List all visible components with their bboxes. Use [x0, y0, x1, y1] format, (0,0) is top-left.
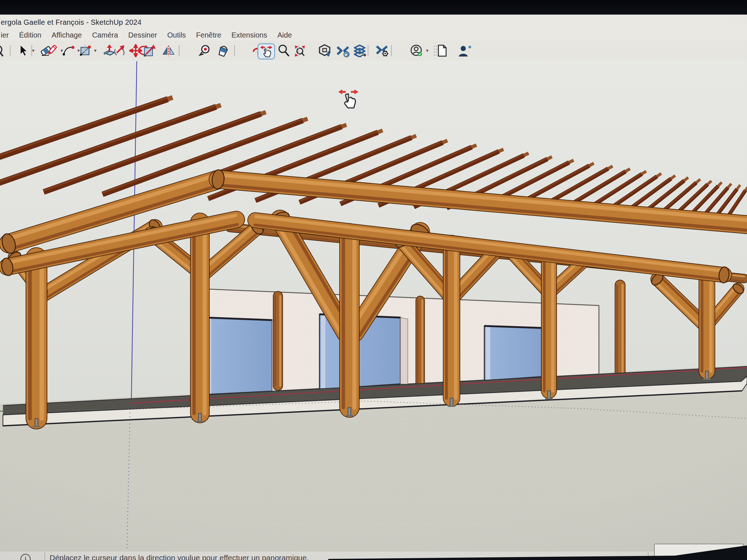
divider	[44, 552, 45, 560]
zoom-icon	[277, 44, 290, 57]
freehand-pencil-icon	[45, 44, 58, 57]
toolbar-separator	[298, 45, 299, 56]
viewport-3d[interactable]	[0, 61, 747, 552]
post-base-plate	[196, 421, 204, 422]
menu-item-affichage[interactable]: Affichage	[46, 31, 87, 39]
menu-item-fentre[interactable]: Fenêtre	[191, 31, 227, 39]
share-model-icon	[336, 44, 349, 57]
send-to-layout-tool-button[interactable]	[352, 43, 368, 58]
post-base-plate	[448, 405, 455, 407]
scale-tool-button[interactable]	[142, 43, 158, 58]
extension-warehouse-icon	[376, 44, 389, 57]
3d-warehouse-icon	[318, 44, 331, 57]
post-anchor	[450, 398, 453, 406]
title-bar: ergola Gaelle et François - SketchUp 202…	[0, 15, 747, 29]
toolbar-separator	[391, 45, 392, 56]
freehand-pencil-tool-button[interactable]	[44, 43, 60, 58]
menu-item-ier[interactable]: ier	[0, 31, 14, 39]
account-tool-button[interactable]	[409, 43, 425, 58]
account-icon	[410, 44, 425, 57]
add-person-icon	[457, 44, 472, 57]
sketchup-window: ergola Gaelle et François - SketchUp 202…	[0, 0, 747, 560]
toolbar-separator	[368, 45, 368, 56]
toolbar-separator	[179, 45, 179, 56]
select-tool-button[interactable]	[15, 43, 31, 58]
divider	[648, 552, 649, 560]
toolbar-separator	[31, 45, 32, 56]
rectangle-tool-button[interactable]	[77, 43, 93, 58]
tape-measure-icon	[198, 44, 212, 57]
post-anchor	[547, 391, 550, 399]
menu-item-camra[interactable]: Caméra	[87, 31, 123, 39]
flip-tool-button[interactable]	[160, 43, 177, 58]
paint-bucket-tool-button[interactable]	[215, 43, 231, 58]
toolbar-separator	[85, 45, 85, 56]
menu-item-aide[interactable]: Aide	[272, 31, 297, 39]
new-document-icon	[436, 44, 449, 57]
measurements-input[interactable]	[654, 544, 744, 557]
menu-item-extensions[interactable]: Extensions	[227, 31, 272, 39]
post-anchor	[198, 413, 201, 421]
flip-icon	[162, 44, 175, 57]
zoom-tool-button[interactable]	[276, 43, 292, 58]
arcs-icon	[62, 44, 75, 57]
select-dropdown-arrow[interactable]: ▾	[32, 49, 37, 53]
status-message: Déplacez le curseur dans la direction vo…	[50, 553, 309, 560]
rectangle-icon	[79, 44, 92, 57]
add-person-tool-button[interactable]	[457, 43, 473, 58]
select-icon	[17, 44, 30, 57]
toolbar-separator	[10, 45, 11, 56]
extension-warehouse-tool-button[interactable]	[374, 43, 390, 58]
geolocation-icon[interactable]: i	[20, 554, 31, 560]
pan-icon	[260, 45, 273, 58]
toolbar-separator	[234, 45, 235, 56]
post-base-plate	[703, 378, 711, 380]
follow-me-icon	[113, 44, 126, 57]
send-to-layout-icon	[353, 44, 366, 57]
post-base-plate	[346, 415, 353, 416]
post-anchor	[705, 371, 708, 379]
tape-measure-tool-button[interactable]	[197, 43, 213, 58]
menu-item-outils[interactable]: Outils	[162, 31, 191, 39]
3d-warehouse-tool-button[interactable]	[317, 43, 333, 58]
new-document-tool-button[interactable]	[434, 43, 450, 58]
rectangle-dropdown-arrow[interactable]: ▾	[94, 49, 99, 53]
share-model-tool-button[interactable]	[335, 43, 351, 58]
search-partial-icon	[0, 44, 10, 57]
follow-me-tool-button[interactable]	[112, 43, 128, 58]
menu-bar: ierÉditionAffichageCaméraDessinerOutilsF…	[0, 29, 747, 41]
scale-icon	[143, 44, 156, 57]
pan-tool-button[interactable]	[258, 43, 275, 59]
zoom-extents-icon	[293, 44, 306, 57]
zoom-extents-tool-button[interactable]	[292, 43, 308, 58]
menu-item-dessiner[interactable]: Dessiner	[123, 31, 162, 39]
menu-item-dition[interactable]: Édition	[14, 31, 46, 39]
post-base-plate	[545, 398, 553, 400]
arcs-tool-button[interactable]	[61, 43, 77, 58]
status-bar: i Déplacez le curseur dans la direction …	[0, 552, 747, 560]
post-anchor	[348, 408, 351, 416]
post-base-plate	[33, 426, 40, 427]
paint-bucket-icon	[217, 44, 230, 57]
toolbar: ▾▾▾▾▾	[0, 41, 747, 61]
window-title: ergola Gaelle et François - SketchUp 202…	[1, 18, 142, 27]
glass-door	[484, 326, 547, 381]
post-anchor	[35, 419, 38, 427]
glass-door	[205, 318, 272, 394]
monitor-bezel	[0, 0, 747, 15]
